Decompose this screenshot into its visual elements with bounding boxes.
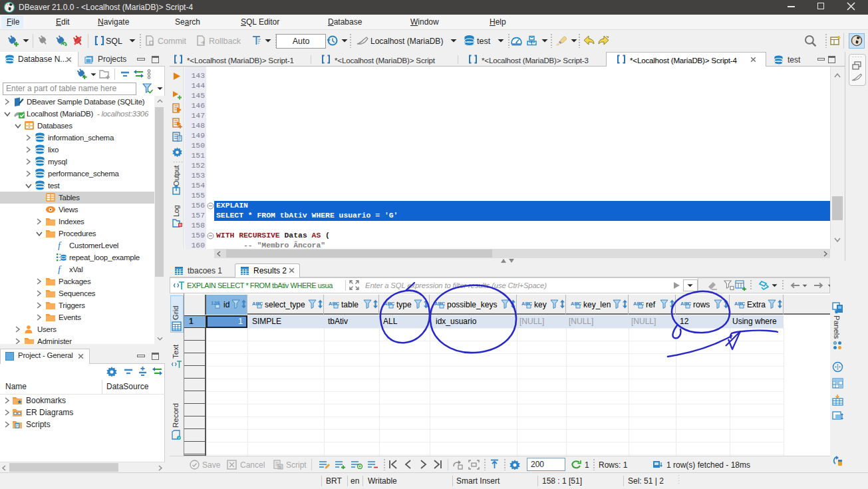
svg-text:S: S — [279, 465, 281, 469]
